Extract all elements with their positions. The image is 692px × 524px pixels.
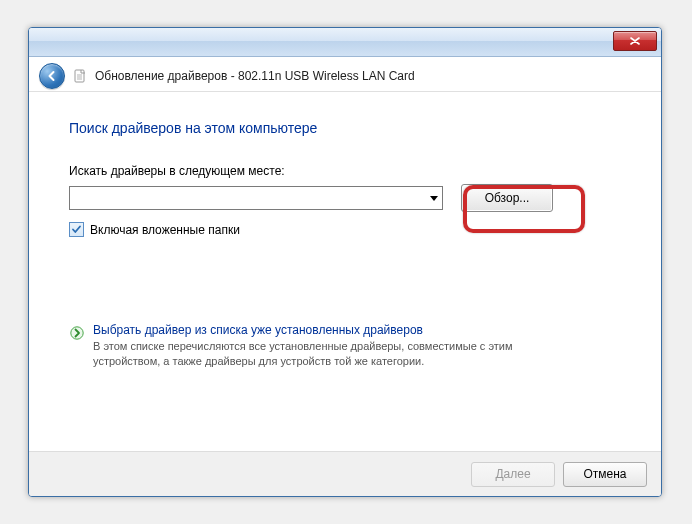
svg-point-4 [71,327,83,339]
footer: Далее Отмена [29,451,661,496]
wizard-window: Обновление драйверов - 802.11n USB Wirel… [28,27,662,497]
select-driver-link[interactable]: Выбрать драйвер из списка уже установлен… [69,323,621,369]
back-arrow-icon [46,70,58,82]
search-location-label: Искать драйверы в следующем месте: [69,164,621,178]
svg-rect-0 [75,70,84,82]
check-icon [71,224,82,235]
select-driver-link-desc: В этом списке перечисляются все установл… [93,339,563,369]
path-row: Обзор... [69,184,621,212]
browse-button-label: Обзор... [485,191,530,205]
content-area: Поиск драйверов на этом компьютере Искат… [29,92,661,444]
select-driver-link-title: Выбрать драйвер из списка уже установлен… [93,323,563,337]
cancel-button-label: Отмена [583,467,626,481]
select-driver-link-text: Выбрать драйвер из списка уже установлен… [93,323,563,369]
next-button[interactable]: Далее [471,462,555,487]
include-subfolders-row: Включая вложенные папки [69,222,621,237]
titlebar [29,28,661,57]
path-input[interactable] [70,187,426,209]
close-button[interactable] [613,31,657,51]
document-icon [73,68,87,84]
include-subfolders-label: Включая вложенные папки [90,223,240,237]
cancel-button[interactable]: Отмена [563,462,647,487]
back-button[interactable] [39,63,65,89]
page-heading: Поиск драйверов на этом компьютере [69,120,621,136]
window-title: Обновление драйверов - 802.11n USB Wirel… [95,69,415,83]
next-button-label: Далее [495,467,530,481]
header-row: Обновление драйверов - 802.11n USB Wirel… [29,57,661,92]
arrow-right-icon [69,325,85,341]
include-subfolders-checkbox[interactable] [69,222,84,237]
browse-button[interactable]: Обзор... [461,184,553,212]
chevron-down-icon [430,196,438,201]
dropdown-button[interactable] [426,188,442,208]
path-combobox[interactable] [69,186,443,210]
close-icon [630,37,640,45]
